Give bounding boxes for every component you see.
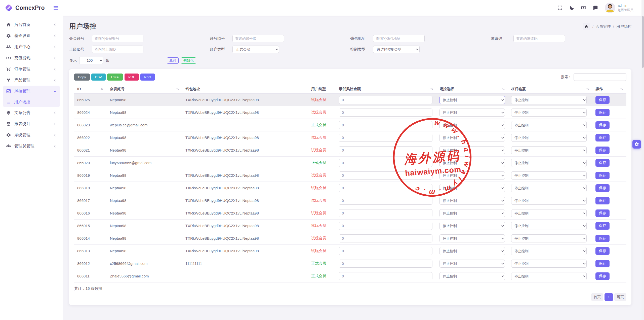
sidebar-item-基础设置[interactable]: 基础设置: [3, 30, 60, 41]
show-select[interactable]: 100: [79, 57, 103, 64]
leverage-select[interactable]: 停止控制: [511, 222, 587, 230]
pagination-current[interactable]: 1: [605, 293, 613, 301]
filter-input-会员账号[interactable]: [92, 35, 143, 42]
hamburger-menu-icon[interactable]: [53, 5, 59, 11]
scrollbar-track[interactable]: [641, 0, 644, 320]
export-button-print[interactable]: Print: [140, 74, 155, 81]
leverage-select[interactable]: 停止控制: [511, 134, 587, 142]
sidebar-item-用户中心[interactable]: 用户中心: [3, 41, 60, 52]
filter-input-邀请码[interactable]: [513, 35, 565, 42]
leverage-select[interactable]: 停止控制: [511, 146, 587, 154]
fullscreen-icon[interactable]: [557, 5, 563, 11]
leverage-select[interactable]: 停止控制: [511, 121, 587, 129]
min-risk-amount-input[interactable]: [339, 234, 432, 242]
pagination-last[interactable]: 尾页: [614, 293, 626, 301]
leverage-select[interactable]: 停止控制: [511, 234, 587, 242]
leverage-select[interactable]: 停止控制: [511, 159, 587, 167]
min-risk-amount-input[interactable]: [339, 209, 432, 217]
leverage-select[interactable]: 停止控制: [511, 96, 587, 104]
min-risk-amount-input[interactable]: [339, 159, 432, 167]
sidebar-item-文章公告[interactable]: 文章公告: [3, 107, 60, 118]
save-button[interactable]: 保存: [595, 172, 610, 179]
sidebar-item-后台首页[interactable]: 后台首页: [3, 19, 60, 30]
control-select[interactable]: 停止控制: [439, 171, 505, 180]
save-button[interactable]: 保存: [595, 96, 610, 104]
save-button[interactable]: 保存: [595, 184, 610, 192]
save-button[interactable]: 保存: [595, 147, 610, 154]
control-select[interactable]: 停止控制: [439, 209, 505, 217]
money-icon[interactable]: [581, 5, 586, 11]
reset-button[interactable]: 初始化: [181, 57, 196, 64]
breadcrumb-home-icon[interactable]: [583, 23, 590, 30]
export-button-copy[interactable]: Copy: [74, 74, 90, 81]
filter-select-账户类型[interactable]: 正式会员: [232, 46, 279, 53]
export-button-pdf[interactable]: PDF: [125, 74, 139, 81]
table-search-input[interactable]: [574, 73, 626, 81]
control-select[interactable]: 停止控制: [439, 96, 505, 104]
control-select[interactable]: 停止控制: [439, 146, 505, 154]
breadcrumb-item[interactable]: 会员管理: [596, 24, 611, 29]
sidebar-item-系统管理[interactable]: 系统管理: [3, 129, 60, 140]
min-risk-amount-input[interactable]: [339, 197, 432, 205]
save-button[interactable]: 保存: [595, 134, 610, 141]
min-risk-amount-input[interactable]: [339, 247, 432, 255]
sidebar-item-充值提现[interactable]: 充值提现: [3, 52, 60, 63]
control-select[interactable]: 停止控制: [439, 134, 505, 142]
control-select[interactable]: 停止控制: [439, 109, 505, 117]
sidebar-item-报表统计[interactable]: 报表统计: [3, 118, 60, 129]
user-menu[interactable]: admin 超级管理员: [605, 3, 634, 13]
sidebar-item-产品管理[interactable]: 产品管理: [3, 75, 60, 86]
leverage-select[interactable]: 停止控制: [511, 109, 587, 117]
filter-input-账号ID号[interactable]: [232, 35, 284, 42]
save-button[interactable]: 保存: [595, 109, 610, 116]
leverage-select[interactable]: 停止控制: [511, 184, 587, 192]
min-risk-amount-input[interactable]: [339, 171, 432, 180]
save-button[interactable]: 保存: [595, 121, 610, 129]
control-select[interactable]: 停止控制: [439, 272, 505, 280]
sidebar-item-管理员管理[interactable]: 管理员管理: [3, 140, 60, 152]
control-select[interactable]: 停止控制: [439, 247, 505, 255]
min-risk-amount-input[interactable]: [339, 121, 432, 129]
save-button[interactable]: 保存: [595, 222, 610, 230]
leverage-select[interactable]: 停止控制: [511, 260, 587, 268]
customizer-gear-button[interactable]: [632, 140, 641, 149]
min-risk-amount-input[interactable]: [339, 272, 432, 280]
control-select[interactable]: 停止控制: [439, 184, 505, 192]
min-risk-amount-input[interactable]: [339, 184, 432, 192]
sidebar-item-风控管理[interactable]: 风控管理: [3, 86, 60, 97]
leverage-select[interactable]: 停止控制: [511, 171, 587, 180]
save-button[interactable]: 保存: [595, 197, 610, 204]
save-button[interactable]: 保存: [595, 272, 610, 280]
sidebar-item-订单管理[interactable]: 订单管理: [3, 63, 60, 75]
min-risk-amount-input[interactable]: [339, 96, 432, 104]
save-button[interactable]: 保存: [595, 247, 610, 255]
min-risk-amount-input[interactable]: [339, 260, 432, 268]
control-select[interactable]: 停止控制: [439, 234, 505, 242]
pagination-first[interactable]: 首页: [591, 293, 603, 301]
export-button-csv[interactable]: CSV: [91, 74, 106, 81]
save-button[interactable]: 保存: [595, 209, 610, 217]
control-select[interactable]: 停止控制: [439, 121, 505, 129]
leverage-select[interactable]: 停止控制: [511, 272, 587, 280]
save-button[interactable]: 保存: [595, 159, 610, 167]
leverage-select[interactable]: 停止控制: [511, 197, 587, 205]
control-select[interactable]: 停止控制: [439, 222, 505, 230]
save-button[interactable]: 保存: [595, 260, 610, 267]
export-button-excel[interactable]: Excel: [107, 74, 123, 81]
control-select[interactable]: 停止控制: [439, 197, 505, 205]
control-select[interactable]: 停止控制: [439, 260, 505, 268]
moon-icon[interactable]: [569, 5, 575, 11]
min-risk-amount-input[interactable]: [339, 222, 432, 230]
min-risk-amount-input[interactable]: [339, 146, 432, 154]
sidebar-item-用户场控[interactable]: 用户场控: [3, 97, 60, 107]
leverage-select[interactable]: 停止控制: [511, 247, 587, 255]
query-button[interactable]: 查询: [167, 57, 179, 64]
leverage-select[interactable]: 停止控制: [511, 209, 587, 217]
control-select[interactable]: 停止控制: [439, 159, 505, 167]
filter-input-上级ID号[interactable]: [92, 46, 143, 53]
min-risk-amount-input[interactable]: [339, 134, 432, 142]
filter-select-控制类型[interactable]: 请选择控制类型: [373, 46, 420, 53]
scrollbar-thumb[interactable]: [642, 16, 644, 68]
min-risk-amount-input[interactable]: [339, 109, 432, 117]
save-button[interactable]: 保存: [595, 235, 610, 242]
